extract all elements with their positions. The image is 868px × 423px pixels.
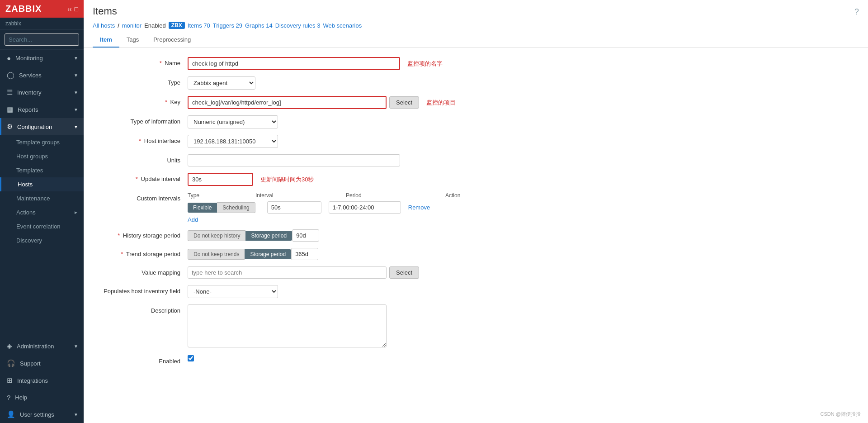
name-input[interactable] bbox=[188, 57, 400, 70]
expand-icon[interactable]: □ bbox=[75, 5, 78, 13]
sidebar-item-inventory[interactable]: ☰ Inventory ▼ bbox=[0, 84, 84, 101]
sidebar-item-user-settings[interactable]: 👤 User settings ▼ bbox=[0, 406, 84, 423]
history-required: * bbox=[118, 232, 120, 239]
page-help-icon[interactable]: ? bbox=[854, 7, 859, 17]
key-select-button[interactable]: Select bbox=[389, 96, 419, 109]
breadcrumb: All hosts / monitor Enabled ZBX Items 70… bbox=[93, 22, 859, 29]
name-annotation: 监控项的名字 bbox=[407, 60, 443, 68]
ci-row-1: Flexible Scheduling Remove bbox=[188, 201, 854, 214]
value-mapping-label: Value mapping bbox=[97, 266, 188, 276]
username: zabbix bbox=[0, 18, 84, 30]
sidebar-item-integrations[interactable]: ⊞ Integrations bbox=[0, 372, 84, 389]
history-storage-row: Do not keep history Storage period bbox=[188, 229, 854, 242]
row-history: * History storage period Do not keep his… bbox=[97, 229, 854, 242]
sidebar-item-discovery[interactable]: Discovery bbox=[0, 233, 84, 247]
breadcrumb-allhosts[interactable]: All hosts bbox=[93, 22, 115, 29]
tab-item[interactable]: Item bbox=[93, 33, 119, 48]
type-info-select[interactable]: Numeric (unsigned) Numeric (float) Chara… bbox=[188, 115, 278, 128]
units-input[interactable] bbox=[188, 154, 400, 166]
key-input[interactable] bbox=[188, 96, 387, 109]
page-title: Items bbox=[93, 5, 859, 17]
inventory-label: Inventory bbox=[17, 89, 41, 96]
integrations-icon: ⊞ bbox=[7, 376, 13, 385]
services-arrow: ▼ bbox=[74, 73, 78, 78]
help-icon: ? bbox=[7, 394, 10, 401]
populates-label: Populates host inventory field bbox=[97, 285, 188, 295]
custom-intervals-field: Type Interval Period Action Flexible Sch… bbox=[188, 192, 854, 223]
ci-col-period-header: Period bbox=[346, 192, 445, 199]
breadcrumb-discovery-rules[interactable]: Discovery rules 3 bbox=[275, 22, 321, 29]
ci-interval-input[interactable] bbox=[267, 201, 321, 214]
value-mapping-input[interactable] bbox=[188, 266, 387, 279]
logo-text: ZABBIX bbox=[5, 4, 42, 14]
sidebar-item-template-groups[interactable]: Template groups bbox=[0, 135, 84, 149]
key-label: * Key bbox=[97, 96, 188, 105]
trend-storage-row: Do not keep trends Storage period bbox=[188, 248, 854, 260]
breadcrumb-triggers[interactable]: Triggers 29 bbox=[213, 22, 242, 29]
value-mapping-select-button[interactable]: Select bbox=[389, 266, 419, 279]
update-interval-input[interactable] bbox=[188, 173, 253, 186]
search-area bbox=[0, 30, 84, 50]
row-custom-intervals: Custom intervals Type Interval Period Ac… bbox=[97, 192, 854, 223]
sidebar-item-hosts[interactable]: Hosts bbox=[0, 177, 84, 191]
sidebar-item-monitoring[interactable]: ● Monitoring ▼ bbox=[0, 50, 84, 67]
ci-scheduling-button[interactable]: Scheduling bbox=[217, 202, 255, 213]
history-value-input[interactable] bbox=[292, 229, 319, 242]
value-mapping-field: Select bbox=[188, 266, 854, 279]
services-icon: ◯ bbox=[7, 71, 14, 79]
configuration-arrow: ▼ bbox=[74, 124, 78, 129]
breadcrumb-graphs[interactable]: Graphs 14 bbox=[245, 22, 273, 29]
support-icon: 🎧 bbox=[7, 359, 15, 367]
breadcrumb-sep1: / bbox=[118, 22, 119, 29]
sidebar-item-templates[interactable]: Templates bbox=[0, 163, 84, 177]
ci-add-button[interactable]: Add bbox=[188, 216, 198, 223]
sidebar-item-reports[interactable]: ▦ Reports ▼ bbox=[0, 101, 84, 118]
populates-select[interactable]: -None- bbox=[188, 285, 278, 298]
monitoring-icon: ● bbox=[7, 54, 11, 62]
enabled-label: Enabled bbox=[97, 355, 188, 365]
update-interval-annotation: 更新间隔时间为30秒 bbox=[260, 176, 314, 184]
sidebar-item-event-correlation[interactable]: Event correlation bbox=[0, 219, 84, 233]
breadcrumb-web-scenarios[interactable]: Web scenarios bbox=[323, 22, 362, 29]
breadcrumb-monitor[interactable]: monitor bbox=[122, 22, 142, 29]
trend-do-not-button[interactable]: Do not keep trends bbox=[188, 249, 245, 260]
watermark: CSDN @随便投投 bbox=[821, 411, 861, 418]
ci-col-type-header: Type bbox=[188, 192, 255, 199]
trend-value-input[interactable] bbox=[291, 248, 318, 260]
row-units: Units bbox=[97, 154, 854, 166]
row-populates: Populates host inventory field -None- bbox=[97, 285, 854, 298]
type-select[interactable]: Zabbix agent SNMP agent Simple check Int… bbox=[188, 76, 255, 90]
collapse-icon[interactable]: ‹‹ bbox=[67, 5, 71, 13]
sidebar-item-configuration[interactable]: ⚙ Configuration ▼ bbox=[0, 118, 84, 135]
ci-period-input[interactable] bbox=[329, 201, 401, 214]
logo-icons: ‹‹ □ bbox=[67, 5, 78, 13]
breadcrumb-items[interactable]: Items 70 bbox=[188, 22, 210, 29]
history-storage-button[interactable]: Storage period bbox=[245, 231, 292, 241]
monitoring-label: Monitoring bbox=[15, 55, 43, 62]
sidebar-item-support[interactable]: 🎧 Support bbox=[0, 355, 84, 372]
tab-tags[interactable]: Tags bbox=[119, 33, 146, 48]
enabled-checkbox[interactable] bbox=[188, 355, 194, 361]
sidebar-item-administration[interactable]: ◈ Administration ▼ bbox=[0, 337, 84, 355]
sidebar-item-host-groups[interactable]: Host groups bbox=[0, 149, 84, 163]
host-interface-select[interactable]: 192.168.188.131:10050 bbox=[188, 135, 278, 148]
sidebar-item-maintenance[interactable]: Maintenance bbox=[0, 191, 84, 205]
type-info-label: Type of information bbox=[97, 115, 188, 125]
trend-storage-button[interactable]: Storage period bbox=[245, 249, 291, 259]
description-textarea[interactable] bbox=[188, 304, 387, 347]
history-label: * History storage period bbox=[97, 229, 188, 239]
sidebar-item-services[interactable]: ◯ Services ▼ bbox=[0, 67, 84, 84]
reports-icon: ▦ bbox=[7, 105, 13, 114]
history-do-not-button[interactable]: Do not keep history bbox=[188, 230, 245, 241]
row-trend: * Trend storage period Do not keep trend… bbox=[97, 248, 854, 260]
ci-remove-button[interactable]: Remove bbox=[408, 204, 430, 211]
help-label: Help bbox=[15, 394, 27, 401]
populates-field: -None- bbox=[188, 285, 854, 298]
search-input[interactable] bbox=[5, 33, 79, 46]
breadcrumb-enabled[interactable]: Enabled bbox=[144, 22, 166, 29]
sidebar-item-actions[interactable]: Actions ► bbox=[0, 205, 84, 219]
row-host-interface: * Host interface 192.168.188.131:10050 bbox=[97, 135, 854, 148]
ci-flexible-button[interactable]: Flexible bbox=[188, 203, 217, 213]
tab-preprocessing[interactable]: Preprocessing bbox=[146, 33, 198, 48]
sidebar-item-help[interactable]: ? Help bbox=[0, 389, 84, 406]
